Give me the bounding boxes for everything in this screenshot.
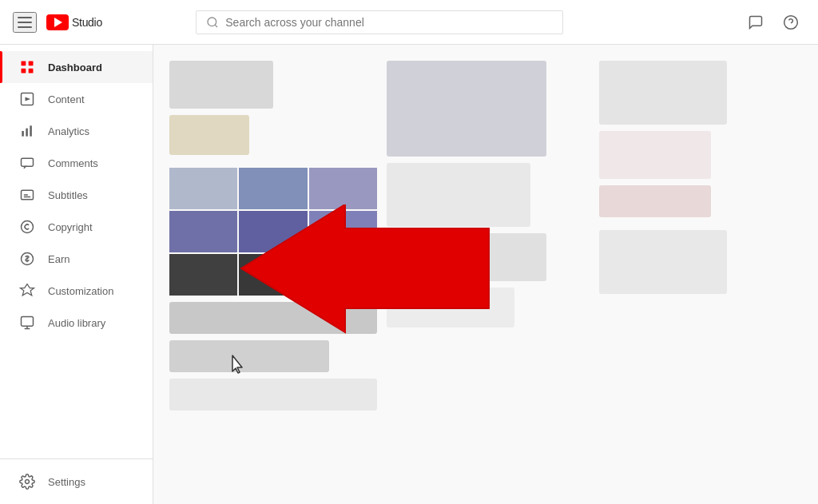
blur-block-3 xyxy=(169,302,377,334)
analytics-icon xyxy=(19,123,35,139)
dashboard-icon xyxy=(19,59,35,75)
svg-rect-7 xyxy=(29,69,34,73)
blur-block-13 xyxy=(599,230,727,294)
blur-block-12 xyxy=(599,185,711,217)
svg-line-1 xyxy=(215,25,217,27)
search-bar[interactable] xyxy=(196,10,563,34)
sidebar-item-settings[interactable]: Settings xyxy=(0,466,153,498)
svg-point-0 xyxy=(208,18,216,26)
feedback-button[interactable] xyxy=(741,8,770,37)
help-icon xyxy=(783,14,799,30)
blur-block-1 xyxy=(169,61,273,109)
copyright-icon xyxy=(19,219,35,235)
header: Studio xyxy=(0,0,818,45)
sidebar-bottom: Settings xyxy=(0,458,153,498)
blur-block-10 xyxy=(599,61,727,125)
svg-rect-5 xyxy=(29,62,34,66)
customization-icon xyxy=(19,283,35,299)
youtube-studio-logo[interactable]: Studio xyxy=(46,14,102,30)
settings-icon xyxy=(19,474,35,490)
sidebar-item-customization[interactable]: Customization xyxy=(0,275,153,307)
sidebar-item-audio-library[interactable]: Audio library xyxy=(0,307,153,339)
menu-button[interactable] xyxy=(13,12,37,33)
mosaic-grid xyxy=(169,168,377,296)
sidebar-label-comments: Comments xyxy=(48,157,98,169)
sidebar-label-content: Content xyxy=(48,93,85,105)
svg-rect-6 xyxy=(22,69,26,73)
sidebar-label-dashboard: Dashboard xyxy=(48,62,102,73)
blur-block-11 xyxy=(599,131,711,179)
blur-block-9 xyxy=(387,288,514,327)
sidebar: Dashboard Content Analytics Comments Sub xyxy=(0,45,153,504)
main-content xyxy=(153,45,818,504)
svg-rect-11 xyxy=(30,125,32,136)
svg-point-16 xyxy=(22,221,34,233)
sidebar-label-settings: Settings xyxy=(48,476,85,488)
svg-rect-10 xyxy=(26,129,28,137)
blur-block-5 xyxy=(169,379,377,411)
sidebar-item-analytics[interactable]: Analytics xyxy=(0,115,153,147)
feedback-icon xyxy=(748,14,764,30)
sidebar-label-subtitles: Subtitles xyxy=(48,189,88,201)
help-button[interactable] xyxy=(776,8,805,37)
content-icon xyxy=(19,91,35,107)
svg-rect-9 xyxy=(22,131,24,137)
sidebar-label-customization: Customization xyxy=(48,285,113,297)
sidebar-item-earn[interactable]: Earn xyxy=(0,243,153,275)
svg-point-2 xyxy=(784,15,798,29)
content-row-1 xyxy=(169,61,802,488)
earn-icon xyxy=(19,251,35,267)
svg-rect-18 xyxy=(22,317,34,327)
svg-rect-12 xyxy=(22,158,34,166)
col-3 xyxy=(599,61,802,488)
blur-block-7 xyxy=(387,163,530,227)
content-area xyxy=(153,45,818,504)
sidebar-label-earn: Earn xyxy=(48,253,69,265)
header-right xyxy=(741,8,805,37)
youtube-icon xyxy=(46,14,69,30)
svg-point-19 xyxy=(26,480,30,484)
sidebar-item-content[interactable]: Content xyxy=(0,83,153,115)
blur-block-4 xyxy=(169,340,329,372)
sidebar-item-dashboard[interactable]: Dashboard xyxy=(0,51,153,83)
search-icon xyxy=(206,16,219,29)
sidebar-label-audio-library: Audio library xyxy=(48,317,105,329)
main-layout: Dashboard Content Analytics Comments Sub xyxy=(0,45,818,504)
comments-icon xyxy=(19,155,35,171)
sidebar-item-subtitles[interactable]: Subtitles xyxy=(0,179,153,211)
subtitles-icon xyxy=(19,187,35,203)
search-input[interactable] xyxy=(225,16,553,29)
sidebar-label-copyright: Copyright xyxy=(48,221,93,233)
blur-block-6 xyxy=(387,61,546,157)
sidebar-item-copyright[interactable]: Copyright xyxy=(0,211,153,243)
audio-library-icon xyxy=(19,315,35,331)
col-2 xyxy=(387,61,590,488)
sidebar-item-comments[interactable]: Comments xyxy=(0,147,153,179)
studio-label: Studio xyxy=(72,16,102,29)
header-left: Studio xyxy=(13,12,102,33)
svg-rect-4 xyxy=(22,62,26,66)
blur-block-8 xyxy=(387,233,546,281)
blur-block-2 xyxy=(169,115,249,155)
col-1 xyxy=(169,61,377,488)
sidebar-label-analytics: Analytics xyxy=(48,125,89,137)
